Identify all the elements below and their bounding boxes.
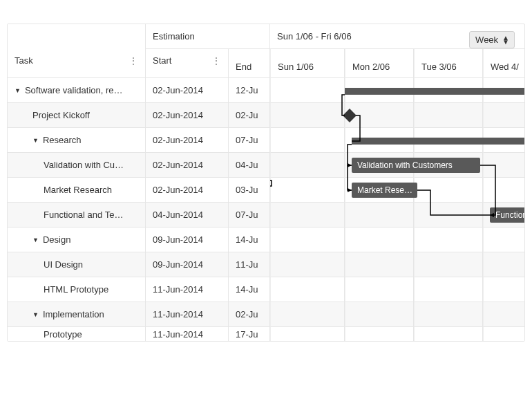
start-cell[interactable]: 04-Jun-2014	[146, 203, 229, 228]
caret-down-icon: ▼	[32, 311, 39, 318]
view-scale-select[interactable]: Week ▲▼	[469, 31, 515, 48]
header-estimation: Estimation	[146, 24, 270, 49]
end-cell[interactable]: 14-Ju	[229, 277, 270, 302]
task-bar-functional[interactable]: Function	[490, 207, 525, 223]
header-task-label: Task	[15, 55, 33, 66]
start-cell[interactable]: 11-Jun-2014	[146, 277, 229, 302]
end-cell[interactable]: 07-Ju	[229, 203, 270, 228]
start-cell[interactable]: 02-Jun-2014	[146, 178, 229, 203]
start-cell[interactable]: 02-Jun-2014	[146, 128, 229, 153]
kebab-icon[interactable]: ⋮	[129, 55, 138, 66]
start-cell[interactable]: 09-Jun-2014	[146, 252, 229, 277]
view-scale-label: Week	[475, 35, 498, 45]
caret-down-icon: ▼	[32, 237, 39, 243]
summary-bar[interactable]	[345, 88, 525, 95]
task-row[interactable]: Market Research	[8, 178, 146, 203]
start-cell[interactable]: 09-Jun-2014	[146, 228, 229, 252]
tl-cell	[270, 78, 345, 103]
end-cell[interactable]: 03-Ju	[229, 178, 270, 203]
gantt-grid: Estimation Sun 1/06 - Fri 6/06 Task ⋮ St…	[8, 24, 524, 341]
updown-icon: ▲▼	[502, 36, 509, 44]
task-row[interactable]: ▼Implementation	[8, 302, 146, 327]
header-start[interactable]: Start ⋮	[146, 49, 229, 78]
caret-down-icon: ▼	[32, 137, 39, 144]
task-row[interactable]: HTML Prototype	[8, 277, 146, 302]
end-cell[interactable]: 12-Ju	[229, 78, 270, 103]
toolbar: Week ▲▼	[469, 31, 515, 48]
task-row[interactable]: Functional and Te…	[8, 203, 146, 228]
end-cell[interactable]: 02-Ju	[229, 302, 270, 327]
task-row[interactable]: ▼Design	[8, 228, 146, 252]
start-cell[interactable]: 11-Jun-2014	[146, 327, 229, 341]
end-cell[interactable]: 11-Ju	[229, 252, 270, 277]
summary-bar[interactable]	[352, 138, 525, 145]
caret-down-icon: ▼	[15, 87, 21, 94]
header-day-0: Sun 1/06	[270, 49, 345, 78]
task-bar-validation[interactable]: Validation with Customers	[352, 158, 480, 173]
task-row[interactable]: Prototype	[8, 327, 146, 341]
end-cell[interactable]: 02-Ju	[229, 103, 270, 128]
gantt-chart: Week ▲▼ Estimation Sun 1/06 - Fri 6/06 T…	[7, 24, 525, 342]
kebab-icon[interactable]: ⋮	[211, 55, 221, 66]
task-bar-market[interactable]: Market Rese…	[352, 183, 417, 198]
header-task[interactable]: Task ⋮	[8, 49, 146, 78]
header-day-2: Tue 3/06	[414, 49, 483, 78]
task-row[interactable]: ▼Research	[8, 128, 146, 153]
task-row[interactable]: Project Kickoff	[8, 103, 146, 128]
end-cell[interactable]: 04-Ju	[229, 153, 270, 178]
end-cell[interactable]: 07-Ju	[229, 128, 270, 153]
header-day-1: Mon 2/06	[345, 49, 414, 78]
task-row[interactable]: Validation with Cu…	[8, 153, 146, 178]
end-cell[interactable]: 17-Ju	[229, 327, 270, 341]
task-row[interactable]: ▼Software validation, re…	[8, 78, 146, 103]
start-cell[interactable]: 02-Jun-2014	[146, 103, 229, 128]
start-cell[interactable]: 02-Jun-2014	[146, 153, 229, 178]
start-cell[interactable]: 11-Jun-2014	[146, 302, 229, 327]
start-cell[interactable]: 02-Jun-2014	[146, 78, 229, 103]
header-start-label: Start	[153, 55, 171, 66]
header-end[interactable]: End	[229, 49, 270, 78]
end-cell[interactable]: 14-Ju	[229, 228, 270, 252]
header-day-3: Wed 4/	[483, 49, 524, 78]
task-row[interactable]: UI Design	[8, 252, 146, 277]
header-blank	[8, 24, 146, 49]
